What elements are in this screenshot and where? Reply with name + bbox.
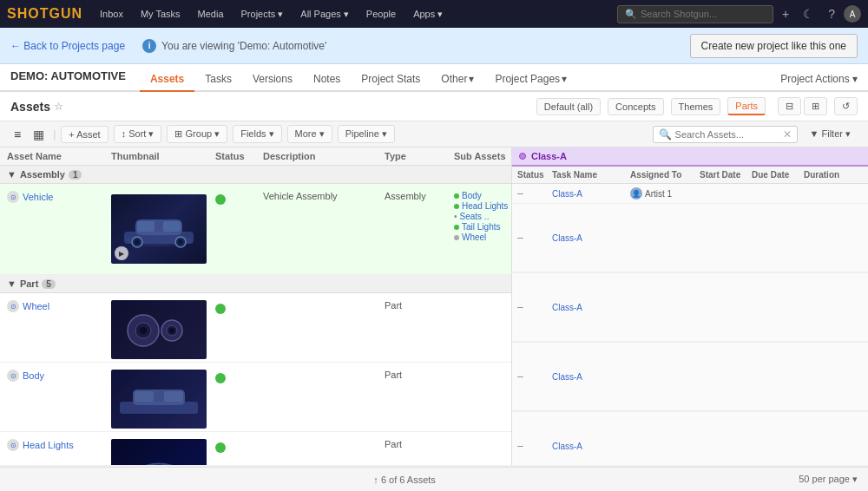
asset-type-icon: ⊙ <box>7 439 19 451</box>
sub-asset-seats[interactable]: •Seats .. <box>454 212 511 221</box>
view-list-btn[interactable]: ≡ <box>10 126 24 143</box>
project-actions-btn[interactable]: Project Actions ▾ <box>780 73 858 85</box>
panel-col-assigned: Assigned To <box>630 170 700 180</box>
project-tabs: DEMO: AUTOMOTIVE Assets Tasks Versions N… <box>0 64 868 92</box>
clear-search-icon[interactable]: ✕ <box>783 128 792 141</box>
concepts-btn[interactable]: Concepts <box>608 98 663 115</box>
asset-name-vehicle[interactable]: ⊙ Vehicle <box>7 191 111 203</box>
artist-cell: 👤 Artist 1 <box>630 187 700 200</box>
nav-media[interactable]: Media <box>191 5 231 23</box>
nav-apps[interactable]: Apps ▾ <box>406 5 450 23</box>
panel-col-taskname: Task Name <box>552 170 630 180</box>
sub-asset-body[interactable]: Body <box>454 191 511 200</box>
moon-icon[interactable]: ☾ <box>798 5 819 23</box>
nav-inbox[interactable]: Inbox <box>93 5 130 23</box>
tab-other[interactable]: Other ▾ <box>431 68 484 92</box>
sub-asset-headlights[interactable]: Head Lights <box>454 201 511 211</box>
task-link[interactable]: Class-A <box>552 303 630 312</box>
svg-point-6 <box>178 239 183 245</box>
back-to-projects[interactable]: ← Back to Projects page <box>10 40 125 52</box>
create-project-button[interactable]: Create new project like this one <box>690 34 858 58</box>
panel-row: – Class-A <box>512 343 868 411</box>
pipeline-btn[interactable]: Pipeline ▾ <box>338 125 395 143</box>
group-count: 5 <box>42 279 56 289</box>
tab-projectstats[interactable]: Project Stats <box>351 68 431 92</box>
sub-dot-icon <box>454 193 459 199</box>
sort-btn[interactable]: ↕ Sort ▾ <box>114 125 162 143</box>
default-view-btn[interactable]: Default (all) <box>536 98 601 115</box>
info-icon: i <box>142 39 156 53</box>
panel-header: Class-A <box>512 147 868 167</box>
minus-button[interactable]: – <box>517 301 552 313</box>
more-btn[interactable]: More ▾ <box>287 125 332 143</box>
list-icon-btn[interactable]: ⊟ <box>778 97 801 115</box>
task-link[interactable]: Class-A <box>552 372 630 382</box>
panel-row: – Class-A <box>512 273 868 342</box>
task-link[interactable]: Class-A <box>552 233 630 243</box>
tab-notes[interactable]: Notes <box>303 68 351 92</box>
panel-body: – Class-A 👤 Artist 1 – Class-A <box>512 184 868 465</box>
search-assets-input[interactable] <box>675 129 779 140</box>
group-part[interactable]: ▼ Part 5 <box>0 275 511 293</box>
project-banner: ← Back to Projects page i You are viewin… <box>0 28 868 64</box>
global-search[interactable]: 🔍 Search Shotgun... <box>617 5 773 23</box>
group-toggle-icon: ▼ <box>7 169 16 180</box>
themes-btn[interactable]: Themes <box>671 98 721 115</box>
search-icon: 🔍 <box>625 9 637 20</box>
nav-allpages[interactable]: All Pages ▾ <box>293 5 356 23</box>
add-icon[interactable]: + <box>777 5 794 23</box>
minus-button[interactable]: – <box>517 187 552 200</box>
top-navigation: SHOTGUN Inbox My Tasks Media Projects ▾ … <box>0 0 868 28</box>
artist-avatar: 👤 <box>630 187 642 200</box>
task-link[interactable]: Class-A <box>552 189 630 199</box>
tab-assets[interactable]: Assets <box>140 68 194 92</box>
group-assembly[interactable]: ▼ Assembly 1 <box>0 166 511 184</box>
grid-icon-btn[interactable]: ⊞ <box>804 97 827 115</box>
nav-projects[interactable]: Projects ▾ <box>234 5 291 23</box>
asset-type: Part <box>385 439 454 449</box>
pagination-info: ↑ 6 of 6 Assets <box>10 475 799 485</box>
asset-type: Part <box>385 300 454 311</box>
assets-search[interactable]: 🔍 ✕ <box>653 126 798 143</box>
nav-mytasks[interactable]: My Tasks <box>134 5 187 23</box>
sub-asset-wheel[interactable]: Wheel <box>454 232 511 242</box>
asset-name-wheel[interactable]: ⊙Wheel <box>7 300 111 312</box>
nav-people[interactable]: People <box>359 5 403 23</box>
col-thumbnail: Thumbnail <box>111 151 215 161</box>
search-placeholder: Search Shotgun... <box>641 9 717 19</box>
filter-btn[interactable]: ▼ Filter ▾ <box>803 126 858 142</box>
asset-name-body[interactable]: ⊙Body <box>7 370 111 382</box>
minus-button[interactable]: – <box>517 370 552 383</box>
body-svg <box>115 376 202 423</box>
sub-dot-icon: • <box>454 212 457 221</box>
asset-type-icon: ⊙ <box>7 191 19 203</box>
sub-assets-list: Body Head Lights •Seats .. Tail Lights W <box>454 191 511 243</box>
parts-btn[interactable]: Parts <box>727 97 766 115</box>
tab-versions[interactable]: Versions <box>242 68 303 92</box>
minus-button[interactable]: – <box>517 440 552 452</box>
fields-btn[interactable]: Fields ▾ <box>233 125 281 143</box>
add-asset-btn[interactable]: + Asset <box>61 126 108 143</box>
car-svg <box>120 207 198 251</box>
group-count: 1 <box>69 170 82 180</box>
sub-asset-taillights[interactable]: Tail Lights <box>454 222 511 232</box>
group-btn[interactable]: ⊞ Group ▾ <box>167 125 227 143</box>
play-button[interactable]: ▶ <box>115 246 128 260</box>
asset-thumbnail-vehicle: ▶ <box>111 194 207 264</box>
view-thumb-btn[interactable]: ▦ <box>30 126 48 143</box>
minus-button[interactable]: – <box>517 232 552 244</box>
tab-projectpages[interactable]: Project Pages ▾ <box>484 68 577 92</box>
task-link[interactable]: Class-A <box>552 442 630 451</box>
per-page-selector[interactable]: 50 per page ▾ <box>799 474 858 485</box>
viewing-text: You are viewing 'Demo: Automotive' <box>161 40 326 52</box>
favorite-star-icon[interactable]: ☆ <box>54 101 63 113</box>
tab-tasks[interactable]: Tasks <box>194 68 242 92</box>
group-toggle-icon: ▼ <box>7 278 16 289</box>
refresh-btn[interactable]: ↺ <box>834 97 858 115</box>
panel-title: Class-A <box>531 151 567 161</box>
col-name: Asset Name <box>7 151 111 161</box>
asset-name-headlights[interactable]: ⊙Head Lights <box>7 439 111 451</box>
artist-name: Artist 1 <box>645 189 672 199</box>
user-icon[interactable]: A <box>844 5 861 23</box>
help-icon[interactable]: ? <box>823 5 840 23</box>
